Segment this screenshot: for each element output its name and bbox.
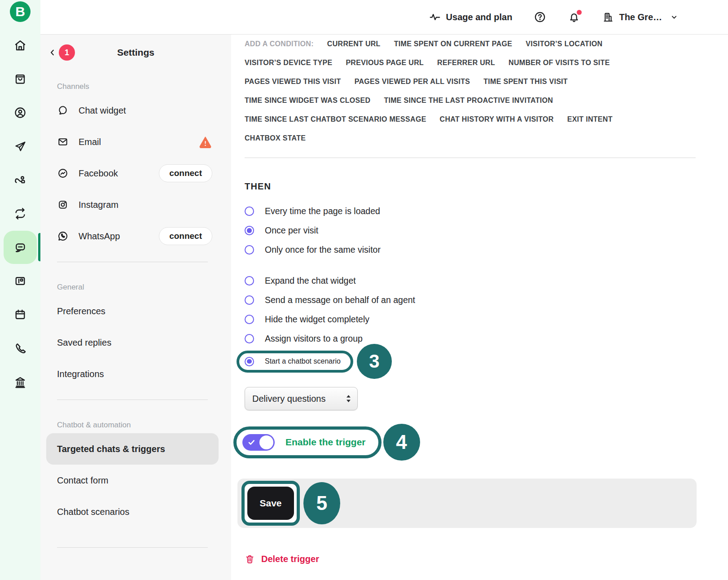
- condition-row: PAGES VIEWED THIS VISIT PAGES VIEWED PER…: [245, 72, 728, 91]
- help-button[interactable]: [534, 11, 546, 23]
- rail-item-contacts[interactable]: [0, 96, 40, 129]
- radio-row-every-time: Every time the page is loaded: [245, 202, 728, 221]
- rail-item-chat[interactable]: [0, 230, 40, 264]
- radio-label[interactable]: Send a message on behalf of an agent: [265, 295, 415, 305]
- condition-chip[interactable]: VISITOR’S LOCATION: [526, 40, 602, 48]
- radio-once-per-visit[interactable]: [245, 226, 254, 235]
- rail-item-bank[interactable]: [0, 365, 40, 399]
- sidebar-item-label: Targeted chats & triggers: [57, 444, 212, 454]
- radio-label[interactable]: Only once for the same visitor: [265, 245, 381, 255]
- sidebar-item-chat-widget[interactable]: Chat widget: [46, 95, 219, 126]
- rail-item-calendar[interactable]: [0, 298, 40, 331]
- warning-icon: [198, 135, 212, 149]
- radio-label[interactable]: Assign visitors to a group: [265, 334, 363, 344]
- radio-every-time[interactable]: [245, 207, 254, 216]
- sidebar-item-label: Contact form: [57, 475, 212, 486]
- condition-chip[interactable]: VISITOR’S DEVICE TYPE: [245, 59, 332, 67]
- radio-label[interactable]: Start a chatbot scenario: [265, 357, 341, 365]
- sidebar-item-label: Chat widget: [79, 105, 212, 116]
- radio-label[interactable]: Expand the chat widget: [265, 276, 356, 286]
- rail-item-home[interactable]: [0, 28, 40, 62]
- radio-only-once[interactable]: [245, 245, 254, 255]
- sidebar-item-targeted-chats[interactable]: Targeted chats & triggers: [46, 433, 219, 465]
- whatsapp-connect-button[interactable]: connect: [159, 227, 212, 245]
- section-label-channels: Channels: [57, 82, 231, 91]
- condition-chip[interactable]: TIME SINCE WIDGET WAS CLOSED: [245, 97, 370, 105]
- section-divider: [245, 158, 696, 158]
- account-name: The Gre…: [619, 12, 662, 22]
- trigger-editor: ADD A CONDITION: CURRENT URL TIME SPENT …: [231, 35, 728, 580]
- condition-chip[interactable]: PAGES VIEWED THIS VISIT: [245, 78, 341, 86]
- chat-bubble-icon: [13, 241, 27, 254]
- radio-label[interactable]: Every time the page is loaded: [265, 206, 380, 216]
- then-heading: THEN: [245, 181, 728, 192]
- sidebar-item-whatsapp[interactable]: WhatsApp connect: [46, 220, 219, 252]
- sidebar-divider: [57, 262, 208, 262]
- radio-start-scenario[interactable]: [245, 357, 254, 366]
- rail-item-campaigns[interactable]: [0, 129, 40, 163]
- sidebar-item-email[interactable]: Email: [46, 126, 219, 158]
- instagram-icon: [57, 199, 69, 211]
- radio-label[interactable]: Hide the widget completely: [265, 314, 369, 325]
- enable-trigger-toggle[interactable]: [242, 434, 275, 451]
- condition-chip[interactable]: CHATBOX STATE: [245, 134, 306, 142]
- condition-chip[interactable]: TIME SINCE THE LAST PROACTIVE INVITATION: [384, 97, 553, 105]
- radio-label[interactable]: Once per visit: [265, 225, 318, 236]
- phone-icon: [13, 342, 27, 355]
- toggle-knob: [259, 435, 273, 449]
- usage-and-plan-button[interactable]: Usage and plan: [429, 11, 513, 23]
- radio-assign-group[interactable]: [245, 334, 254, 343]
- condition-chip[interactable]: NUMBER OF VISITS TO SITE: [509, 59, 610, 67]
- condition-row: VISITOR’S DEVICE TYPE PREVIOUS PAGE URL …: [245, 53, 728, 72]
- bank-icon: [13, 375, 27, 389]
- repeat-icon: [13, 207, 27, 220]
- condition-chip[interactable]: TIME SPENT THIS VISIT: [483, 78, 568, 86]
- radio-row-expand-widget: Expand the chat widget: [245, 271, 728, 290]
- sidebar-item-integrations[interactable]: Integrations: [46, 358, 219, 390]
- save-button[interactable]: Save: [247, 487, 294, 520]
- condition-chip[interactable]: CHAT HISTORY WITH A VISITOR: [440, 115, 554, 123]
- condition-chip[interactable]: TIME SINCE LAST CHATBOT SCENARIO MESSAGE: [245, 115, 426, 123]
- scenario-select[interactable]: Delivery questions: [245, 387, 358, 410]
- condition-chip[interactable]: REFERRER URL: [437, 59, 495, 67]
- calendar-icon: [13, 308, 27, 321]
- radio-row-start-scenario: Start a chatbot scenario 3: [245, 348, 728, 374]
- rail-item-transfers[interactable]: [0, 197, 40, 230]
- paper-plane-icon: [13, 140, 27, 153]
- sidebar-item-label: Chatbot scenarios: [57, 507, 212, 517]
- radio-send-message[interactable]: [245, 295, 254, 305]
- frequency-radio-group: Every time the page is loaded Once per v…: [245, 202, 728, 259]
- condition-row: TIME SINCE LAST CHATBOT SCENARIO MESSAGE…: [245, 110, 728, 129]
- delete-trigger-button[interactable]: Delete trigger: [245, 554, 728, 564]
- radio-hide-widget[interactable]: [245, 315, 254, 324]
- condition-chip[interactable]: PAGES VIEWED PER ALL VISITS: [355, 78, 470, 86]
- radio-expand-widget[interactable]: [245, 276, 254, 286]
- condition-row: CHATBOX STATE: [245, 129, 728, 148]
- notifications-button[interactable]: [568, 11, 580, 23]
- enable-trigger-row: Enable the trigger 4: [245, 424, 728, 461]
- condition-chip[interactable]: CURRENT URL: [327, 40, 381, 48]
- rail-item-phone[interactable]: [0, 331, 40, 365]
- sidebar-item-saved-replies[interactable]: Saved replies: [46, 327, 219, 358]
- sidebar-item-preferences[interactable]: Preferences: [46, 295, 219, 327]
- rail-item-automation-flow[interactable]: [0, 163, 40, 197]
- rail-item-boards[interactable]: [0, 264, 40, 298]
- facebook-connect-button[interactable]: connect: [159, 164, 212, 182]
- condition-chip[interactable]: TIME SPENT ON CURRENT PAGE: [394, 40, 513, 48]
- card-view-icon: [13, 274, 27, 288]
- rail-item-shopping-bag[interactable]: [0, 62, 40, 96]
- sidebar-item-chatbot-scenarios[interactable]: Chatbot scenarios: [46, 496, 219, 527]
- sidebar-item-facebook[interactable]: Facebook connect: [46, 158, 219, 189]
- brand-logo[interactable]: B: [10, 1, 31, 22]
- condition-chip[interactable]: EXIT INTENT: [567, 115, 613, 123]
- user-circle-icon: [13, 106, 27, 119]
- account-menu[interactable]: The Gre…: [602, 11, 679, 23]
- annotation-ring-step4: Enable the trigger: [233, 426, 382, 458]
- condition-chip[interactable]: PREVIOUS PAGE URL: [346, 59, 424, 67]
- trash-icon: [245, 554, 255, 564]
- sidebar-item-instagram[interactable]: Instagram: [46, 189, 219, 220]
- right-column: Usage and plan The Gre… 1: [40, 0, 728, 580]
- back-button[interactable]: 1: [48, 44, 75, 61]
- sidebar-item-contact-form[interactable]: Contact form: [46, 465, 219, 496]
- action-radio-group: Expand the chat widget Send a message on…: [245, 271, 728, 374]
